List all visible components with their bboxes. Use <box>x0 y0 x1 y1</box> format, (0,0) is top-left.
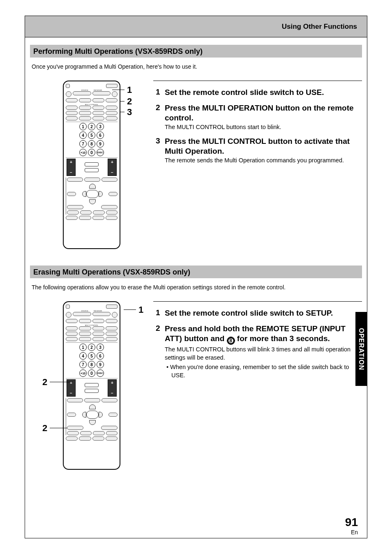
section1-steps: 1 Set the remote control slide switch to… <box>153 81 362 170</box>
callout-line-1b <box>124 309 136 310</box>
side-tab-operation: OPERATION <box>355 312 367 386</box>
page-frame: Using Other Functions Performing Multi O… <box>25 16 367 538</box>
step-bullet: When you're done erasing, remember to se… <box>165 363 362 379</box>
callout-num-2: 2 <box>127 96 132 107</box>
callout-line-3 <box>120 112 125 112</box>
step-title: Set the remote control slide switch to S… <box>165 308 362 318</box>
remote-illustration-1: SOURCE RECEIVER MULTI CONTROL 123 456 78… <box>30 81 153 249</box>
button-8-icon <box>227 337 235 345</box>
remote-outline: SOURCE RECEIVER MULTI CONTROL 123 456 78… <box>63 81 120 249</box>
page-number: 91 <box>345 516 358 529</box>
step-number: 3 <box>156 136 165 165</box>
step-title: Set the remote control slide switch to U… <box>165 88 362 97</box>
callout-line-2b <box>50 428 67 428</box>
step: 2 Press and hold both the REMOTE SETUP (… <box>156 324 362 380</box>
callout-num-3: 3 <box>127 107 132 118</box>
step-title: Press the MULTI OPERATION button on the … <box>165 103 362 123</box>
step: 2 Press the MULTI OPERATION button on th… <box>156 103 362 132</box>
section2-body: SOURCE RECEIVER MULTI CONTROL 123 456 78… <box>30 301 362 470</box>
section2-title-bar: Erasing Multi Operations (VSX-859RDS onl… <box>30 265 362 278</box>
chapter-header: Using Other Functions <box>25 16 367 37</box>
section2-steps: 1 Set the remote control slide switch to… <box>153 301 362 384</box>
step-title: Press the MULTI CONTROL button to activa… <box>165 136 362 156</box>
step-title-post: for more than 3 seconds. <box>235 334 330 343</box>
callout-num-1: 1 <box>127 85 132 95</box>
callout-num-2b: 2 <box>42 423 47 434</box>
side-tab-label: OPERATION <box>357 328 365 370</box>
callout-line-2a <box>50 382 73 382</box>
chapter-title: Using Other Functions <box>282 23 357 31</box>
callout-line-2 <box>120 101 125 102</box>
section1-intro: Once you've programmed a Multi Operation… <box>30 63 362 70</box>
step-number: 2 <box>156 103 165 132</box>
section2-intro: The following operations allow you to er… <box>30 284 362 291</box>
remote-outline: SOURCE RECEIVER MULTI CONTROL 123 456 78… <box>63 301 120 470</box>
content-area: Performing Multi Operations (VSX-859RDS … <box>30 45 362 538</box>
section1-body: SOURCE RECEIVER MULTI CONTROL 123 456 78… <box>30 81 362 249</box>
step-number: 2 <box>156 324 165 380</box>
step-number: 1 <box>156 88 165 98</box>
callout-num-1b: 1 <box>138 305 143 315</box>
callout-line-1 <box>112 90 125 90</box>
page-language: En <box>345 529 358 536</box>
step-desc: The remote sends the Multi Operation com… <box>165 157 362 165</box>
remote-illustration-2: SOURCE RECEIVER MULTI CONTROL 123 456 78… <box>30 301 153 470</box>
step-desc: The MULTI CONTROL buttons will blink 3 t… <box>165 346 362 362</box>
step: 1 Set the remote control slide switch to… <box>156 308 362 319</box>
step-number: 1 <box>156 308 165 319</box>
section1-title-bar: Performing Multi Operations (VSX-859RDS … <box>30 45 362 58</box>
section1-title: Performing Multi Operations (VSX-859RDS … <box>33 47 203 55</box>
callout-num-2a: 2 <box>42 377 47 388</box>
section2-title: Erasing Multi Operations (VSX-859RDS onl… <box>33 268 190 276</box>
step-desc: The MULTI CONTROL buttons start to blink… <box>165 123 362 132</box>
step: 1 Set the remote control slide switch to… <box>156 88 362 98</box>
page-footer: 91 En <box>345 516 358 536</box>
step: 3 Press the MULTI CONTROL button to acti… <box>156 136 362 165</box>
step-title: Press and hold both the REMOTE SETUP (IN… <box>165 324 362 345</box>
